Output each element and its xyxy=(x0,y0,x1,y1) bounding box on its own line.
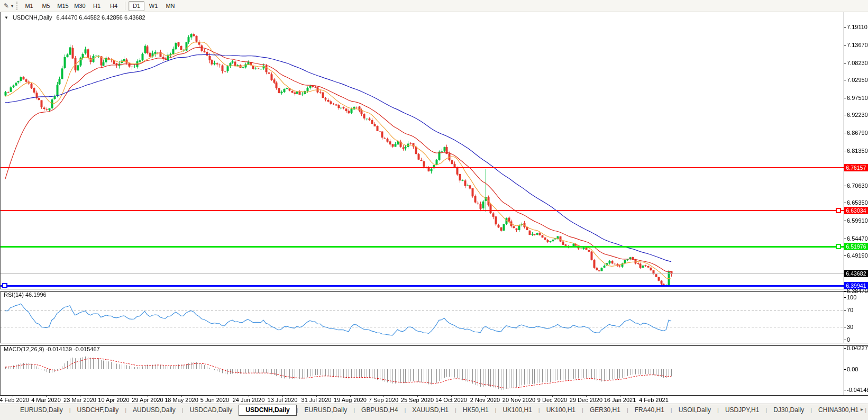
date-tickmark xyxy=(215,395,215,397)
date-tickmark xyxy=(114,395,114,397)
price-axis-label: 6.70630 xyxy=(847,182,868,189)
date-tickmark xyxy=(282,395,283,397)
macd-axis-tickmark xyxy=(844,390,846,390)
price-hline-handle[interactable] xyxy=(836,244,841,249)
chart-tab-dj30-daily[interactable]: DJ30,Daily xyxy=(767,405,810,415)
rsi-axis-label: 70 xyxy=(847,307,853,313)
chart-tab-xauusd-h1[interactable]: XAUUSD,H1 xyxy=(406,405,455,415)
date-label: 25 Sep 2020 xyxy=(401,397,434,403)
rsi-axis-label: 0 xyxy=(847,336,850,343)
current-price-label: 6.43682 xyxy=(844,270,868,277)
timeframe-button-m5[interactable]: M5 xyxy=(38,1,54,11)
date-label: 29 Apr 2020 xyxy=(132,397,163,403)
date-tickmark xyxy=(586,395,587,397)
price-axis-tickmark xyxy=(844,133,846,133)
timeframe-button-h1[interactable]: H1 xyxy=(89,1,105,11)
macd-axis-tickmark xyxy=(844,369,846,370)
chart-tab-audusd-daily[interactable]: AUDUSD,Daily xyxy=(126,405,182,415)
price-hline[interactable] xyxy=(0,210,844,211)
macd-pane-divider[interactable] xyxy=(0,343,868,346)
macd-axis-label: 0.042275 xyxy=(847,345,868,351)
date-label: 4 Feb 2021 xyxy=(639,397,669,403)
timeframe-button-d1[interactable]: D1 xyxy=(129,1,144,11)
rsi-axis-label: 30 xyxy=(847,324,853,330)
current-price-line xyxy=(0,273,844,274)
date-label: 16 Jan 2021 xyxy=(604,397,636,403)
date-label: 29 Dec 2020 xyxy=(570,397,602,403)
date-label: 24 Jun 2020 xyxy=(233,397,265,403)
pencil-draw-tool-icon[interactable]: ✎ xyxy=(2,1,11,11)
date-tickmark xyxy=(383,395,384,397)
macd-axis-tickmark xyxy=(844,348,846,349)
chart-tab-usdchf-daily[interactable]: USDCHF,Daily xyxy=(71,405,125,415)
date-tickmark xyxy=(13,395,13,397)
date-label: 20 Nov 2020 xyxy=(502,397,535,403)
date-tickmark xyxy=(316,395,317,397)
price-axis-label: 6.81350 xyxy=(847,148,868,154)
chart-tab-usdcnh-daily[interactable]: USDCNH,Daily xyxy=(239,405,296,416)
price-axis-tickmark xyxy=(844,291,846,291)
toolbar-grip xyxy=(16,2,17,10)
price-axis-tickmark xyxy=(844,27,846,28)
timeframe-button-w1[interactable]: W1 xyxy=(145,1,161,11)
rsi-axis-tickmark xyxy=(844,340,846,340)
price-axis-tickmark xyxy=(844,115,846,115)
chart-title-dropdown-icon[interactable]: ▼ xyxy=(4,15,8,20)
date-tickmark xyxy=(451,395,452,397)
date-label: 14 Feb 2020 xyxy=(0,397,29,403)
tool-dropdown-arrow-icon[interactable]: ▾ xyxy=(11,4,13,8)
rsi-pane-divider[interactable] xyxy=(0,289,868,292)
price-axis-tickmark xyxy=(844,255,846,256)
timeframe-button-mn[interactable]: MN xyxy=(162,1,178,11)
timeframe-button-m30[interactable]: M30 xyxy=(72,1,88,11)
price-axis-label: 6.86790 xyxy=(847,130,868,136)
price-axis-label: 6.97510 xyxy=(847,95,868,101)
price-hline[interactable] xyxy=(0,167,844,168)
chart-tab-usoil-daily[interactable]: USOil,Daily xyxy=(672,405,717,415)
date-tickmark xyxy=(46,395,47,397)
date-tickmark xyxy=(249,395,249,397)
date-label: 5 Jun 2020 xyxy=(200,397,229,403)
timeframe-button-m15[interactable]: M15 xyxy=(55,1,71,11)
chart-symbol-label: USDCNH,Daily xyxy=(13,14,52,21)
date-tickmark xyxy=(620,395,620,397)
rsi-indicator-label: RSI(14) 46.1996 xyxy=(4,291,47,298)
price-axis-tickmark xyxy=(844,221,846,221)
price-axis-label: 6.92230 xyxy=(847,112,868,118)
date-tickmark xyxy=(181,395,182,397)
date-label: 9 Dec 2020 xyxy=(537,397,567,403)
date-label: 7 Sep 2020 xyxy=(369,397,398,403)
price-hline[interactable] xyxy=(0,285,844,287)
price-axis-label: 7.13670 xyxy=(847,42,868,48)
timeframe-button-h4[interactable]: H4 xyxy=(106,1,122,11)
price-axis-label: 6.59910 xyxy=(847,217,868,224)
chart-ohlc-values: 6.44470 6.44582 6.42856 6.43682 xyxy=(56,14,145,21)
chart-tab-ger30-h1[interactable]: GER30,H1 xyxy=(583,405,627,415)
chart-tab-usdjpy-h1[interactable]: USDJPY,H1 xyxy=(719,405,765,415)
price-hline-label: 6.76157 xyxy=(844,164,868,171)
chart-tab-uk100-h1[interactable]: UK100,H1 xyxy=(540,405,582,415)
tab-scroll-arrows[interactable]: ◂ ▸ xyxy=(852,406,865,412)
chart-tab-gbpusd-h4[interactable]: GBPUSD,H4 xyxy=(355,405,404,415)
price-hline-handle[interactable] xyxy=(2,283,7,288)
timeframe-button-m1[interactable]: M1 xyxy=(21,1,37,11)
chart-tab-usdcad-daily[interactable]: USDCAD,Daily xyxy=(184,405,239,415)
chart-tab-fra40-h1[interactable]: FRA40,H1 xyxy=(628,405,671,415)
rsi-axis-tickmark xyxy=(844,327,846,327)
date-label: 14 Oct 2020 xyxy=(435,397,467,403)
price-axis-tickmark xyxy=(844,45,846,45)
chart-tab-hk50-h1[interactable]: HK50,H1 xyxy=(456,405,495,415)
price-axis-label: 6.65350 xyxy=(847,199,868,206)
price-axis-tickmark xyxy=(844,80,846,80)
date-tickmark xyxy=(519,395,519,397)
date-tickmark xyxy=(350,395,351,397)
price-hline[interactable] xyxy=(0,246,844,248)
date-label: 4 Mar 2020 xyxy=(31,397,61,403)
price-hline-handle[interactable] xyxy=(836,208,841,213)
chart-bottom-border xyxy=(0,395,868,396)
chart-tab-eurusd-daily[interactable]: EURUSD,Daily xyxy=(14,405,69,415)
rsi-axis-label: 100 xyxy=(847,294,856,300)
date-label: 13 Jul 2020 xyxy=(268,397,298,403)
chart-tab-eurusd-daily[interactable]: EURUSD,Daily xyxy=(298,405,354,415)
chart-tab-uk100-h1[interactable]: UK100,H1 xyxy=(496,405,538,415)
